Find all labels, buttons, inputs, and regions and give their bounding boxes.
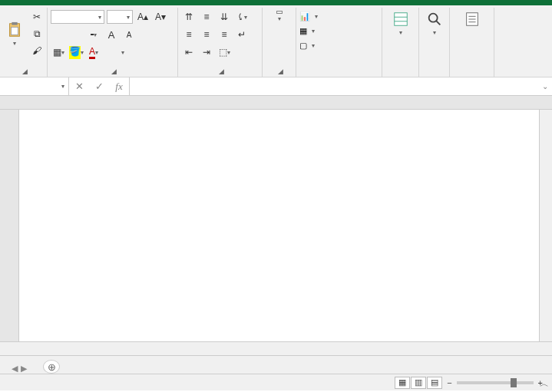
table-format-icon: ▦ [299,26,307,36]
svg-line-7 [435,21,440,25]
name-box[interactable]: ▾ [0,77,69,95]
decrease-font-alt[interactable]: A [121,27,137,42]
table-format-button[interactable]: ▦▾ [299,25,378,37]
conditional-format-button[interactable]: 📊▾ [299,11,378,22]
zoom-slider[interactable] [457,381,534,384]
format-painter-button[interactable]: 🖌 [29,43,45,58]
group-clipboard: ▾ ✂ ⧉ 🖌 ◢ [0,8,48,77]
italic-button[interactable] [68,27,84,42]
cells-area[interactable] [19,110,539,341]
group-input-tools [450,8,494,77]
sheet-grid [0,96,552,355]
align-right-button[interactable]: ≡ [217,27,232,42]
decrease-indent-button[interactable]: ⇤ [181,44,197,60]
cell-style-button[interactable]: ▢▾ [299,40,378,51]
cond-format-icon: 📊 [299,12,310,21]
collapse-ribbon-button[interactable]: ︿ [540,377,549,390]
ribbon: ▾ ✂ ⧉ 🖌 ◢ ▾ ▾ A▴ A▾ ▾ A A [0,5,552,77]
record-button[interactable] [453,9,491,30]
align-middle-button[interactable]: ≡ [199,9,214,25]
phonetic-button[interactable] [104,44,119,60]
zoom-out-button[interactable]: − [447,378,451,387]
view-page-layout-button[interactable]: ▥ [411,377,426,389]
underline-button[interactable]: ▾ [86,27,101,42]
wrap-text-button[interactable]: ↵ [234,27,250,42]
align-bottom-button[interactable]: ⇊ [217,9,232,25]
fx-button[interactable]: fx [109,77,129,95]
vertical-scrollbar[interactable] [539,110,552,341]
svg-rect-2 [11,27,18,35]
font-color-button[interactable]: A▾ [86,44,101,60]
align-left-button[interactable]: ≡ [181,27,197,42]
fill-color-button[interactable]: 🪣▾ [68,44,84,60]
font-name-select[interactable]: ▾ [51,10,104,24]
group-styles: 📊▾ ▦▾ ▢▾ [296,8,382,77]
group-alignment: ⇈ ≡ ⇊ ⤹▾ ≡ ≡ ≡ ↵ ⇤ ⇥ ⬚▾ ◢ [178,8,263,77]
merge-button[interactable]: ⬚▾ [217,44,232,60]
add-sheet-button[interactable]: ⊕ [43,360,60,374]
align-center-button[interactable]: ≡ [199,27,214,42]
sheet-tab-bar: ◀ ▶ ⊕ [0,355,552,374]
decrease-font-button[interactable]: A▾ [153,9,168,25]
cell-style-icon: ▢ [299,41,307,51]
confirm-formula-button[interactable]: ✓ [89,77,109,95]
increase-font-alt[interactable]: A [104,27,119,42]
cancel-formula-button[interactable]: ✕ [69,77,89,95]
group-font: ▾ ▾ A▴ A▾ ▾ A A ▦▾ 🪣▾ A▾ ▾ ◢ [48,8,178,77]
paste-button[interactable]: ▾ [3,20,26,48]
number-format-button[interactable]: ▾ [266,9,293,24]
expand-formula-bar[interactable]: ⌄ [538,82,552,91]
cut-button[interactable]: ✂ [29,9,45,25]
bold-button[interactable] [51,27,66,42]
formula-bar: ▾ ✕ ✓ fx ⌄ [0,77,552,96]
svg-rect-1 [12,21,17,25]
font-dialog-launcher[interactable]: ◢ [111,68,117,75]
number-dialog-launcher[interactable]: ◢ [278,68,283,75]
alignment-dialog-launcher[interactable]: ◢ [219,68,224,75]
tab-nav[interactable]: ◀ ▶ [0,364,38,374]
orientation-button[interactable]: ⤹▾ [234,9,250,25]
view-page-break-button[interactable]: ▤ [427,377,442,389]
increase-font-button[interactable]: A▴ [135,9,150,25]
clipboard-dialog-launcher[interactable]: ◢ [22,68,28,75]
border-button[interactable]: ▦▾ [51,44,66,60]
horizontal-scrollbar[interactable] [0,341,552,355]
font-size-select[interactable]: ▾ [107,10,133,24]
copy-button[interactable]: ⧉ [29,26,45,41]
increase-indent-button[interactable]: ⇥ [199,44,214,60]
align-top-button[interactable]: ⇈ [181,9,197,25]
view-normal-button[interactable]: ▦ [395,377,410,389]
group-cells: ▾ [382,8,419,77]
svg-rect-3 [394,13,407,26]
group-number: ▾ ◢ [263,8,296,77]
cells-button[interactable]: ▾ [385,9,415,38]
editing-button[interactable]: ▾ [422,9,446,38]
group-editing: ▾ [419,8,450,77]
status-bar: ▦ ▥ ▤ − + [0,374,552,390]
